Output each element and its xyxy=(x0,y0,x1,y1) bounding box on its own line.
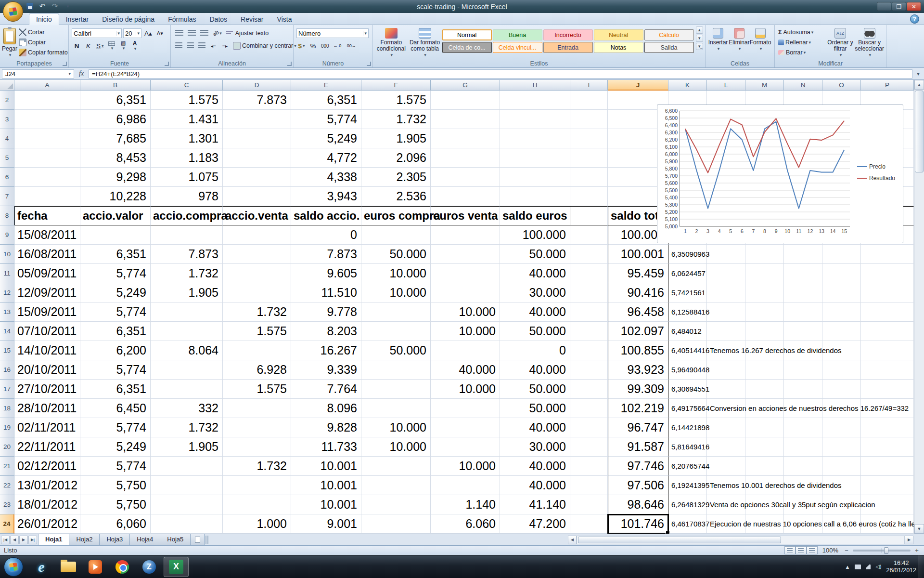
cell-F16[interactable] xyxy=(361,360,431,380)
row-header-2[interactable]: 2 xyxy=(0,91,14,110)
cell-A15[interactable]: 14/10/2011 xyxy=(14,341,80,360)
bold-button[interactable]: N xyxy=(72,41,82,51)
cell-E20[interactable]: 11.733 xyxy=(291,437,361,457)
horizontal-scroll-track[interactable] xyxy=(577,536,905,544)
cell-E9[interactable]: 0 xyxy=(291,225,361,245)
cell-E23[interactable]: 10.001 xyxy=(291,495,361,514)
row-header-13[interactable]: 13 xyxy=(0,302,14,322)
cell-L20[interactable] xyxy=(707,437,745,457)
cell-P11[interactable] xyxy=(861,264,914,283)
gallery-up-button[interactable]: ▲ xyxy=(696,26,703,34)
cell-A11[interactable]: 05/09/2011 xyxy=(14,264,80,283)
fill-color-button[interactable]: ▨▾ xyxy=(118,41,128,51)
name-box[interactable]: J24▾ xyxy=(2,69,74,79)
cell-L21[interactable] xyxy=(707,457,745,476)
cell-C18[interactable]: 332 xyxy=(151,399,223,418)
cell-I5[interactable] xyxy=(570,148,608,168)
align-right-button[interactable] xyxy=(197,41,207,51)
increase-decimal-button[interactable]: ←.0 xyxy=(332,41,343,51)
cell-I22[interactable] xyxy=(570,476,608,495)
sort-filter-button[interactable]: A↓Z Ordenar y filtrar▾ xyxy=(826,26,855,58)
cell-B17[interactable]: 6,351 xyxy=(80,380,151,399)
cell-I11[interactable] xyxy=(570,264,608,283)
cell-N13[interactable] xyxy=(784,302,822,322)
cell-H14[interactable]: 50.000 xyxy=(500,322,570,341)
cell-N19[interactable] xyxy=(784,418,822,437)
cell-L16[interactable] xyxy=(707,360,745,380)
cell-N12[interactable] xyxy=(784,283,822,302)
prev-sheet-button[interactable]: ◀ xyxy=(10,536,19,544)
embedded-chart[interactable]: 5,0005,1005,2005,3005,4005,5005,6005,700… xyxy=(657,105,903,243)
cell-style-salida[interactable]: Salida xyxy=(644,42,694,53)
formula-input[interactable]: =H24+(E24*B24) xyxy=(89,69,912,79)
cell-C8[interactable]: accio.compra xyxy=(151,206,223,225)
cell-G4[interactable] xyxy=(431,129,500,148)
cell-H24[interactable]: 47.200 xyxy=(500,514,570,534)
cell-I24[interactable] xyxy=(570,514,608,534)
cell-D4[interactable] xyxy=(223,129,291,148)
ribbon-tab-vista[interactable]: Vista xyxy=(270,14,299,25)
row-header-9[interactable]: 9 xyxy=(0,225,14,245)
cell-B7[interactable]: 10,228 xyxy=(80,187,151,206)
cell-G16[interactable]: 40.000 xyxy=(431,360,500,380)
cell-J21[interactable]: 97.746 xyxy=(608,457,668,476)
cell-M16[interactable] xyxy=(745,360,784,380)
next-sheet-button[interactable]: ▶ xyxy=(19,536,28,544)
cell-I14[interactable] xyxy=(570,322,608,341)
cell-C13[interactable] xyxy=(151,302,223,322)
cell-G3[interactable] xyxy=(431,110,500,129)
italic-button[interactable]: K xyxy=(83,41,93,51)
ribbon-tab-diseno-de-pagina[interactable]: Diseño de página xyxy=(95,14,161,25)
font-color-button[interactable]: A▾ xyxy=(130,41,140,51)
cell-C20[interactable]: 1.905 xyxy=(151,437,223,457)
row-header-8[interactable]: 8 xyxy=(0,206,14,225)
cell-J22[interactable]: 97.506 xyxy=(608,476,668,495)
font-family-combo[interactable]: Calibri▾ xyxy=(72,28,122,38)
cell-E18[interactable]: 8.096 xyxy=(291,399,361,418)
cell-F23[interactable] xyxy=(361,495,431,514)
cell-G8[interactable]: euros venta xyxy=(431,206,500,225)
cell-I4[interactable] xyxy=(570,129,608,148)
cell-K11[interactable]: 6,0624457 xyxy=(668,264,707,283)
cell-B22[interactable]: 5,750 xyxy=(80,476,151,495)
cell-H22[interactable]: 40.000 xyxy=(500,476,570,495)
cell-B18[interactable]: 6,450 xyxy=(80,399,151,418)
cell-B13[interactable]: 5,774 xyxy=(80,302,151,322)
cell-G23[interactable]: 1.140 xyxy=(431,495,500,514)
cell-E2[interactable]: 6,351 xyxy=(291,91,361,110)
cell-E3[interactable]: 5,774 xyxy=(291,110,361,129)
column-header-L[interactable]: L xyxy=(707,80,745,91)
cell-B19[interactable]: 5,774 xyxy=(80,418,151,437)
scroll-up-button[interactable]: ▲ xyxy=(914,80,924,90)
cell-I6[interactable] xyxy=(570,168,608,187)
app-icon-blue[interactable]: Z xyxy=(137,557,162,577)
cell-G5[interactable] xyxy=(431,148,500,168)
last-sheet-button[interactable]: ▶| xyxy=(28,536,37,544)
column-header-H[interactable]: H xyxy=(500,80,570,91)
cell-K20[interactable]: 5,81649416 xyxy=(668,437,707,457)
sheet-tab-hoja2[interactable]: Hoja2 xyxy=(69,534,100,545)
cell-C9[interactable] xyxy=(151,225,223,245)
cell-K19[interactable]: 6,14421898 xyxy=(668,418,707,437)
cell-G19[interactable] xyxy=(431,418,500,437)
cell-H7[interactable] xyxy=(500,187,570,206)
cell-C23[interactable] xyxy=(151,495,223,514)
cell-I13[interactable] xyxy=(570,302,608,322)
show-desktop-button[interactable] xyxy=(918,555,924,578)
cell-P15[interactable] xyxy=(861,341,914,360)
clock[interactable]: 16:42 26/01/2012 xyxy=(886,560,916,574)
cell-C19[interactable]: 1.732 xyxy=(151,418,223,437)
cell-D9[interactable] xyxy=(223,225,291,245)
paste-button[interactable]: Pegar▾ xyxy=(2,26,17,58)
cell-O17[interactable] xyxy=(822,380,861,399)
cell-B21[interactable]: 5,774 xyxy=(80,457,151,476)
media-player-icon[interactable] xyxy=(83,557,108,577)
column-header-A[interactable]: A xyxy=(14,80,80,91)
number-format-combo[interactable]: Número▾ xyxy=(296,28,369,38)
cell-D2[interactable]: 7.873 xyxy=(223,91,291,110)
cell-L10[interactable] xyxy=(707,245,745,264)
cell-G11[interactable] xyxy=(431,264,500,283)
cell-K15[interactable]: 6,40514416 xyxy=(668,341,707,360)
cell-C21[interactable] xyxy=(151,457,223,476)
cell-A10[interactable]: 16/08/2011 xyxy=(14,245,80,264)
